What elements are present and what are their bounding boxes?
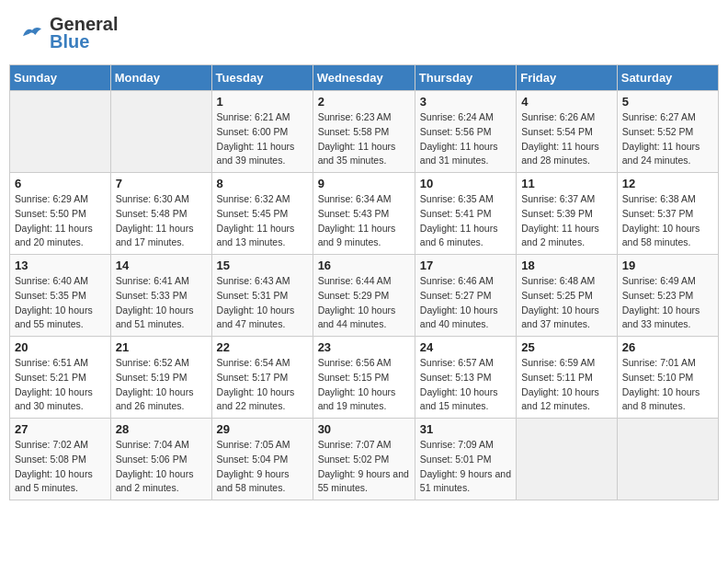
day-info: Sunrise: 6:52 AM Sunset: 5:19 PM Dayligh… [116, 356, 207, 414]
day-number: 5 [622, 95, 713, 109]
day-info: Sunrise: 6:34 AM Sunset: 5:43 PM Dayligh… [318, 192, 410, 250]
day-info: Sunrise: 6:40 AM Sunset: 5:35 PM Dayligh… [15, 274, 106, 332]
calendar-cell: 18Sunrise: 6:48 AM Sunset: 5:25 PM Dayli… [517, 255, 618, 337]
day-info: Sunrise: 6:48 AM Sunset: 5:25 PM Dayligh… [521, 274, 612, 332]
day-number: 20 [15, 340, 106, 354]
day-info: Sunrise: 7:09 AM Sunset: 5:01 PM Dayligh… [420, 438, 511, 496]
day-number: 23 [318, 340, 410, 354]
day-number: 25 [521, 340, 612, 354]
day-number: 4 [521, 95, 612, 109]
day-number: 9 [318, 177, 410, 190]
day-number: 13 [15, 259, 106, 272]
day-number: 19 [622, 259, 713, 272]
day-info: Sunrise: 6:46 AM Sunset: 5:27 PM Dayligh… [420, 274, 511, 332]
day-info: Sunrise: 6:23 AM Sunset: 5:58 PM Dayligh… [318, 110, 410, 168]
calendar-cell: 17Sunrise: 6:46 AM Sunset: 5:27 PM Dayli… [415, 255, 516, 337]
calendar-cell: 16Sunrise: 6:44 AM Sunset: 5:29 PM Dayli… [313, 255, 415, 337]
calendar-cell: 23Sunrise: 6:56 AM Sunset: 5:15 PM Dayli… [313, 337, 415, 419]
calendar-cell: 30Sunrise: 7:07 AM Sunset: 5:02 PM Dayli… [313, 419, 415, 500]
day-info: Sunrise: 6:32 AM Sunset: 5:45 PM Dayligh… [217, 192, 308, 250]
weekday-header-saturday: Saturday [617, 65, 718, 91]
day-info: Sunrise: 7:02 AM Sunset: 5:08 PM Dayligh… [15, 438, 106, 496]
day-number: 22 [217, 340, 308, 354]
calendar-cell: 21Sunrise: 6:52 AM Sunset: 5:19 PM Dayli… [110, 337, 211, 419]
day-number: 21 [116, 340, 207, 354]
logo-icon [18, 24, 46, 42]
day-number: 24 [420, 340, 511, 354]
day-info: Sunrise: 6:43 AM Sunset: 5:31 PM Dayligh… [217, 274, 308, 332]
day-number: 31 [420, 422, 511, 436]
weekday-header-thursday: Thursday [415, 65, 516, 91]
week-row-4: 20Sunrise: 6:51 AM Sunset: 5:21 PM Dayli… [10, 337, 719, 419]
calendar-table: SundayMondayTuesdayWednesdayThursdayFrid… [9, 64, 719, 500]
day-info: Sunrise: 6:44 AM Sunset: 5:29 PM Dayligh… [318, 274, 410, 332]
calendar-cell: 5Sunrise: 6:27 AM Sunset: 5:52 PM Daylig… [617, 91, 718, 173]
calendar-cell: 29Sunrise: 7:05 AM Sunset: 5:04 PM Dayli… [211, 419, 313, 500]
day-number: 2 [318, 95, 410, 109]
calendar-cell: 4Sunrise: 6:26 AM Sunset: 5:54 PM Daylig… [517, 91, 618, 173]
calendar-cell: 20Sunrise: 6:51 AM Sunset: 5:21 PM Dayli… [10, 337, 111, 419]
calendar-cell [617, 419, 718, 500]
weekday-header-sunday: Sunday [10, 65, 111, 91]
day-info: Sunrise: 6:57 AM Sunset: 5:13 PM Dayligh… [420, 356, 511, 414]
day-info: Sunrise: 6:35 AM Sunset: 5:41 PM Dayligh… [420, 192, 511, 250]
day-number: 30 [318, 422, 410, 436]
day-number: 17 [420, 259, 511, 272]
day-number: 16 [318, 259, 410, 272]
calendar-cell: 14Sunrise: 6:41 AM Sunset: 5:33 PM Dayli… [110, 255, 211, 337]
calendar-cell: 6Sunrise: 6:29 AM Sunset: 5:50 PM Daylig… [10, 173, 111, 255]
day-info: Sunrise: 6:37 AM Sunset: 5:39 PM Dayligh… [521, 192, 612, 250]
day-number: 8 [217, 177, 308, 190]
day-number: 12 [622, 177, 713, 190]
weekday-header-friday: Friday [517, 65, 618, 91]
day-info: Sunrise: 7:04 AM Sunset: 5:06 PM Dayligh… [116, 438, 207, 496]
day-info: Sunrise: 7:07 AM Sunset: 5:02 PM Dayligh… [318, 438, 410, 496]
day-number: 3 [420, 95, 511, 109]
calendar-cell: 7Sunrise: 6:30 AM Sunset: 5:48 PM Daylig… [110, 173, 211, 255]
calendar-cell: 22Sunrise: 6:54 AM Sunset: 5:17 PM Dayli… [211, 337, 313, 419]
calendar-cell: 2Sunrise: 6:23 AM Sunset: 5:58 PM Daylig… [313, 91, 415, 173]
day-number: 10 [420, 177, 511, 190]
day-number: 27 [15, 422, 106, 436]
calendar-cell: 13Sunrise: 6:40 AM Sunset: 5:35 PM Dayli… [10, 255, 111, 337]
calendar-cell: 19Sunrise: 6:49 AM Sunset: 5:23 PM Dayli… [617, 255, 718, 337]
weekday-header-monday: Monday [110, 65, 211, 91]
day-info: Sunrise: 6:21 AM Sunset: 6:00 PM Dayligh… [217, 110, 308, 168]
logo: General Blue [18, 14, 118, 52]
week-row-5: 27Sunrise: 7:02 AM Sunset: 5:08 PM Dayli… [10, 419, 719, 500]
calendar-cell: 10Sunrise: 6:35 AM Sunset: 5:41 PM Dayli… [415, 173, 516, 255]
day-info: Sunrise: 6:59 AM Sunset: 5:11 PM Dayligh… [521, 356, 612, 414]
week-row-1: 1Sunrise: 6:21 AM Sunset: 6:00 PM Daylig… [10, 91, 719, 173]
calendar-cell: 31Sunrise: 7:09 AM Sunset: 5:01 PM Dayli… [415, 419, 516, 500]
day-info: Sunrise: 6:51 AM Sunset: 5:21 PM Dayligh… [15, 356, 106, 414]
calendar-cell: 3Sunrise: 6:24 AM Sunset: 5:56 PM Daylig… [415, 91, 516, 173]
week-row-2: 6Sunrise: 6:29 AM Sunset: 5:50 PM Daylig… [10, 173, 719, 255]
day-info: Sunrise: 6:56 AM Sunset: 5:15 PM Dayligh… [318, 356, 410, 414]
calendar-cell: 11Sunrise: 6:37 AM Sunset: 5:39 PM Dayli… [517, 173, 618, 255]
day-number: 15 [217, 259, 308, 272]
calendar-cell: 27Sunrise: 7:02 AM Sunset: 5:08 PM Dayli… [10, 419, 111, 500]
calendar-cell [517, 419, 618, 500]
calendar-cell: 25Sunrise: 6:59 AM Sunset: 5:11 PM Dayli… [517, 337, 618, 419]
logo-line2: Blue [50, 31, 89, 52]
calendar-cell: 9Sunrise: 6:34 AM Sunset: 5:43 PM Daylig… [313, 173, 415, 255]
day-info: Sunrise: 6:26 AM Sunset: 5:54 PM Dayligh… [521, 110, 612, 168]
day-number: 14 [116, 259, 207, 272]
calendar-cell: 1Sunrise: 6:21 AM Sunset: 6:00 PM Daylig… [211, 91, 313, 173]
calendar-cell: 15Sunrise: 6:43 AM Sunset: 5:31 PM Dayli… [211, 255, 313, 337]
calendar-cell: 24Sunrise: 6:57 AM Sunset: 5:13 PM Dayli… [415, 337, 516, 419]
calendar-cell: 8Sunrise: 6:32 AM Sunset: 5:45 PM Daylig… [211, 173, 313, 255]
day-number: 26 [622, 340, 713, 354]
day-number: 1 [217, 95, 308, 109]
calendar-cell: 12Sunrise: 6:38 AM Sunset: 5:37 PM Dayli… [617, 173, 718, 255]
day-info: Sunrise: 6:29 AM Sunset: 5:50 PM Dayligh… [15, 192, 106, 250]
day-info: Sunrise: 6:24 AM Sunset: 5:56 PM Dayligh… [420, 110, 511, 168]
day-info: Sunrise: 7:05 AM Sunset: 5:04 PM Dayligh… [217, 438, 308, 496]
calendar-cell: 28Sunrise: 7:04 AM Sunset: 5:06 PM Dayli… [110, 419, 211, 500]
day-number: 29 [217, 422, 308, 436]
weekday-header-row: SundayMondayTuesdayWednesdayThursdayFrid… [10, 65, 719, 91]
day-info: Sunrise: 6:41 AM Sunset: 5:33 PM Dayligh… [116, 274, 207, 332]
day-number: 7 [116, 177, 207, 190]
day-number: 6 [15, 177, 106, 190]
week-row-3: 13Sunrise: 6:40 AM Sunset: 5:35 PM Dayli… [10, 255, 719, 337]
